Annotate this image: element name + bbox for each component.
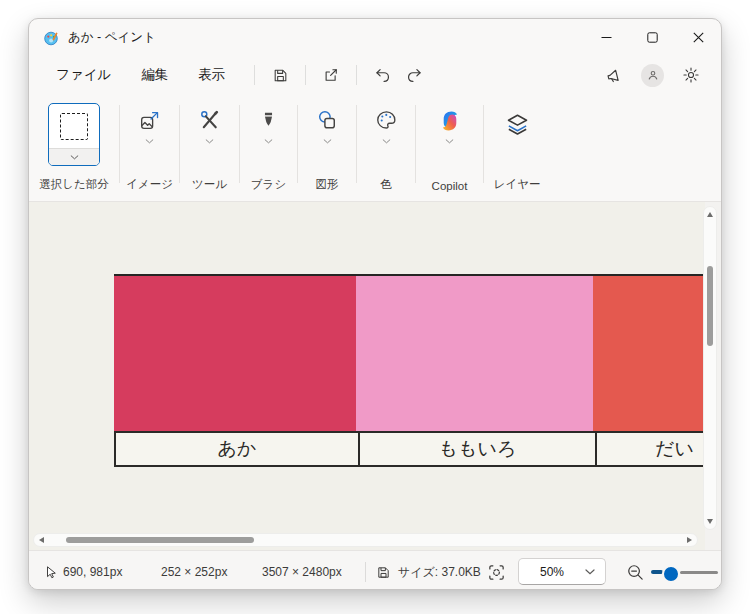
layers-icon bbox=[504, 111, 531, 138]
swatch-red bbox=[114, 276, 356, 431]
swatch-pink bbox=[356, 276, 593, 431]
menubar: ファイル 編集 表示 bbox=[29, 56, 721, 94]
feedback-icon[interactable] bbox=[598, 60, 630, 90]
shapes-section[interactable]: 図形 bbox=[298, 94, 356, 201]
menu-separator bbox=[254, 65, 255, 85]
horizontal-scroll-thumb[interactable] bbox=[66, 537, 254, 543]
brushes-section[interactable]: ブラシ bbox=[240, 94, 297, 201]
statusbar: 690, 981px 252 × 252px 3507 × 2480px サイズ… bbox=[29, 550, 721, 590]
chevron-down-icon bbox=[323, 139, 332, 144]
paint-app-icon bbox=[43, 30, 59, 46]
menu-edit[interactable]: 編集 bbox=[131, 60, 178, 90]
scroll-left-arrow[interactable] bbox=[39, 537, 44, 543]
file-size: サイズ: 37.0KB bbox=[398, 551, 481, 590]
ribbon-toolbar: 選択した部分 イメージ bbox=[29, 94, 721, 202]
swatch-orange bbox=[593, 276, 705, 431]
minimize-button[interactable] bbox=[583, 19, 629, 56]
tools-section[interactable]: ツール bbox=[180, 94, 239, 201]
image-section[interactable]: イメージ bbox=[120, 94, 179, 201]
tools-label: ツール bbox=[192, 177, 227, 192]
statusbar-divider bbox=[365, 562, 366, 582]
share-button[interactable] bbox=[315, 60, 347, 90]
selection-tool-button[interactable] bbox=[48, 103, 100, 166]
cursor-icon bbox=[44, 551, 58, 590]
layers-section[interactable]: レイヤー bbox=[484, 94, 550, 201]
brush-icon bbox=[257, 107, 280, 134]
window-controls bbox=[583, 19, 721, 56]
scroll-down-arrow[interactable] bbox=[707, 519, 713, 524]
shapes-label: 図形 bbox=[316, 177, 339, 192]
swatch-label-red: あか bbox=[116, 433, 358, 465]
selection-section: 選択した部分 bbox=[29, 94, 119, 201]
menu-separator bbox=[305, 65, 306, 85]
account-avatar[interactable] bbox=[641, 64, 664, 87]
colors-label: 色 bbox=[380, 177, 392, 192]
canvas-paper[interactable]: あか ももいろ だい bbox=[29, 202, 705, 550]
titlebar: あか - ペイント bbox=[29, 19, 721, 56]
save-button[interactable] bbox=[264, 60, 296, 90]
chevron-down-icon bbox=[205, 139, 214, 144]
zoom-level-value: 50% bbox=[519, 565, 585, 579]
swatch-row bbox=[114, 274, 705, 431]
zoom-level-dropdown[interactable]: 50% bbox=[518, 558, 606, 585]
chevron-down-icon bbox=[382, 139, 391, 144]
menu-file[interactable]: ファイル bbox=[46, 60, 121, 90]
scroll-right-arrow[interactable] bbox=[687, 537, 692, 543]
scroll-up-arrow[interactable] bbox=[707, 212, 713, 217]
menubar-right bbox=[598, 56, 707, 94]
swatch-label-row: あか ももいろ だい bbox=[114, 431, 705, 467]
chevron-down-icon bbox=[145, 139, 154, 144]
brushes-label: ブラシ bbox=[251, 177, 286, 192]
paint-window: あか - ペイント ファイル 編集 表示 bbox=[28, 18, 722, 590]
selection-size: 252 × 252px bbox=[161, 551, 227, 590]
vertical-scrollbar[interactable] bbox=[703, 206, 717, 530]
fit-to-screen-button[interactable] bbox=[487, 551, 506, 590]
undo-button[interactable] bbox=[366, 60, 398, 90]
file-size-icon bbox=[376, 551, 391, 590]
chevron-down-icon bbox=[585, 569, 595, 575]
zoom-slider-track[interactable] bbox=[680, 571, 718, 574]
image-icon bbox=[137, 107, 162, 134]
selection-marquee-icon bbox=[60, 113, 88, 140]
selection-dropdown[interactable] bbox=[49, 148, 99, 165]
image-label: イメージ bbox=[126, 177, 173, 192]
cursor-position: 690, 981px bbox=[63, 551, 122, 590]
tools-icon bbox=[197, 107, 222, 134]
vertical-scroll-thumb[interactable] bbox=[707, 266, 713, 346]
image-size: 3507 × 2480px bbox=[262, 551, 342, 590]
zoom-out-button[interactable] bbox=[626, 551, 645, 590]
palette-icon bbox=[374, 107, 399, 134]
menu-separator bbox=[356, 65, 357, 85]
chevron-down-icon bbox=[445, 139, 454, 144]
redo-button[interactable] bbox=[398, 60, 430, 90]
copilot-label: Copilot bbox=[432, 180, 468, 192]
window-title: あか - ペイント bbox=[68, 29, 156, 46]
shapes-icon bbox=[315, 107, 340, 134]
copilot-section[interactable]: Copilot bbox=[416, 94, 483, 201]
close-button[interactable] bbox=[675, 19, 721, 56]
layers-label: レイヤー bbox=[494, 177, 541, 192]
swatch-label-pink: ももいろ bbox=[358, 433, 595, 465]
settings-gear-icon[interactable] bbox=[675, 60, 707, 90]
zoom-slider-thumb[interactable] bbox=[662, 565, 680, 583]
copilot-icon bbox=[437, 107, 463, 134]
canvas-area: あか ももいろ だい bbox=[29, 202, 721, 550]
colors-section[interactable]: 色 bbox=[357, 94, 415, 201]
selection-label: 選択した部分 bbox=[39, 177, 109, 192]
scanned-color-chart: あか ももいろ だい bbox=[114, 274, 705, 467]
horizontal-scrollbar[interactable] bbox=[33, 533, 698, 547]
maximize-button[interactable] bbox=[629, 19, 675, 56]
menu-view[interactable]: 表示 bbox=[188, 60, 235, 90]
swatch-label-orange: だい bbox=[595, 433, 705, 465]
chevron-down-icon bbox=[264, 139, 273, 144]
